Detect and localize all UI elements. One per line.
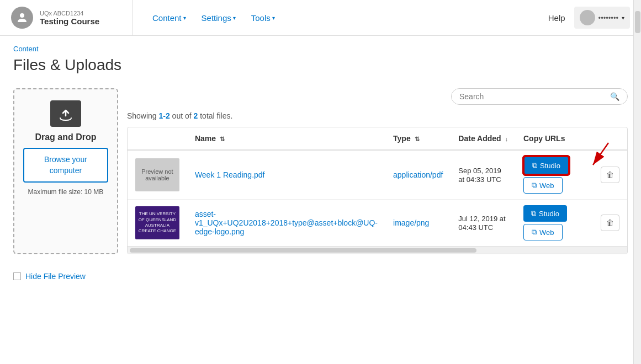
preview-cell-1: Preview not available [128,150,187,200]
web-icon: ⧉ [532,228,537,237]
file-delete-cell-1: 🗑 [593,150,627,200]
studio-button-2[interactable]: ⧉ Studio [523,205,567,222]
web-button-2[interactable]: ⧉ Web [523,224,563,240]
breadcrumb[interactable]: Content [13,45,628,53]
date-sort-icon: ↓ [505,136,508,142]
file-name-cell-1: Week 1 Reading.pdf [187,150,385,200]
file-delete-cell-2: 🗑 [593,200,627,247]
chevron-down-icon: ▾ [183,15,186,21]
hide-preview-row: Hide File Preview [13,272,628,281]
file-date-cell-2: Jul 12, 2019 at 04:43 UTC [451,200,516,247]
arrow-container: ⧉ Studio ⧉ Web [523,156,585,194]
brand-text: UQx ABCD1234 Testing Course [40,10,99,26]
table-header-row: Name ⇅ Type ⇅ Date Added ↓ Copy URLs [128,127,627,150]
chevron-down-icon: ▾ [233,15,236,21]
upload-icon [50,100,81,127]
file-name-1[interactable]: Week 1 Reading.pdf [195,170,265,179]
file-name-cell-2: asset-v1_UQx+UQ2U2018+2018+type@asset+bl… [187,200,385,247]
col-type[interactable]: Type ⇅ [385,127,451,150]
horizontal-scrollbar[interactable] [128,246,627,254]
showing-text: Showing 1-2 out of 2 total files. [127,111,628,120]
brand-name: Testing Course [40,17,99,26]
table-row: THE UNIVERSITYOF QUEENSLANDAUSTRALIACREA… [128,200,627,247]
nav-links: Content ▾ Settings ▾ Tools ▾ [133,9,548,27]
delete-button-2[interactable]: 🗑 [601,215,619,231]
action-buttons-2: ⧉ Studio ⧉ Web [523,205,585,240]
avatar [11,7,33,29]
preview-cell-2: THE UNIVERSITYOF QUEENSLANDAUSTRALIACREA… [128,200,187,247]
studio-icon: ⧉ [531,209,536,218]
file-type-cell-1: application/pdf [385,150,451,200]
name-sort-icon: ⇅ [220,136,225,142]
file-type-1: application/pdf [393,170,443,179]
vertical-scroll-thumb [635,11,640,33]
type-sort-icon: ⇅ [415,136,420,142]
studio-icon: ⧉ [532,161,537,170]
search-bar-row: 🔍 [127,88,628,105]
table-row: Preview not available Week 1 Reading.pdf… [128,150,627,200]
file-date-cell-1: Sep 05, 2019 at 04:33 UTC [451,150,516,200]
studio-button-1[interactable]: ⧉ Studio [523,156,569,175]
search-icon: 🔍 [610,92,619,101]
nav-right: Help •••••••• ▾ [548,7,630,29]
file-name-2[interactable]: asset-v1_UQx+UQ2U2018+2018+type@asset+bl… [195,210,378,236]
drag-drop-label: Drag and Drop [35,132,96,142]
chevron-down-icon: ▾ [272,15,275,21]
user-avatar [580,10,595,25]
col-date[interactable]: Date Added ↓ [451,127,516,150]
scroll-thumb [130,248,476,253]
file-actions-cell-2: ⧉ Studio ⧉ Web [516,200,593,247]
browse-computer-button[interactable]: Browse your computer [23,148,108,183]
user-chevron-icon: ▾ [622,15,624,21]
preview-unavailable: Preview not available [135,158,179,191]
nav-content[interactable]: Content ▾ [146,9,193,27]
user-menu[interactable]: •••••••• ▾ [574,7,630,29]
file-actions-cell-1: ⧉ Studio ⧉ Web [516,150,593,200]
files-table: Name ⇅ Type ⇅ Date Added ↓ Copy URLs [127,127,628,254]
hide-preview-checkbox[interactable] [13,272,21,280]
web-button-1[interactable]: ⧉ Web [523,177,563,194]
file-date-2: Jul 12, 2019 at 04:43 UTC [458,215,505,232]
files-table-element: Name ⇅ Type ⇅ Date Added ↓ Copy URLs [128,127,627,246]
col-name[interactable]: Name ⇅ [187,127,385,150]
file-type-2: image/png [393,218,429,227]
col-preview [128,127,187,150]
brand-section: UQx ABCD1234 Testing Course [11,0,133,35]
brand-subtitle: UQx ABCD1234 [40,10,99,17]
nav-settings[interactable]: Settings ▾ [195,9,242,27]
delete-button-1[interactable]: 🗑 [601,167,619,183]
uq-logo: THE UNIVERSITYOF QUEENSLANDAUSTRALIACREA… [135,206,179,239]
top-navigation: UQx ABCD1234 Testing Course Content ▾ Se… [0,0,641,36]
main-content: Drag and Drop Browse your computer Maxim… [0,79,641,263]
help-link[interactable]: Help [548,13,565,23]
vertical-scrollbar[interactable] [633,0,641,290]
col-delete [593,127,627,150]
web-icon: ⧉ [532,181,537,190]
files-area: 🔍 Showing 1-2 out of 2 total files. Name… [127,88,628,254]
page-header: Content Files & Uploads [0,36,641,79]
preview-image-2: THE UNIVERSITYOF QUEENSLANDAUSTRALIACREA… [135,206,179,239]
nav-tools[interactable]: Tools ▾ [245,9,282,27]
file-date-1: Sep 05, 2019 at 04:33 UTC [458,167,501,184]
action-buttons-1: ⧉ Studio ⧉ Web [523,156,585,194]
hide-preview-label[interactable]: Hide File Preview [25,272,86,281]
col-copy-urls: Copy URLs [516,127,593,150]
search-input[interactable] [459,92,610,101]
max-file-size: Maximum file size: 10 MB [28,188,104,196]
svg-point-0 [20,13,24,18]
file-range: 1-2 [158,111,169,120]
search-container: 🔍 [451,88,628,105]
file-type-cell-2: image/png [385,200,451,247]
user-name: •••••••• [598,14,618,22]
upload-panel: Drag and Drop Browse your computer Maxim… [13,88,118,254]
footer-area: Hide File Preview [0,263,641,290]
page-title: Files & Uploads [13,56,628,74]
